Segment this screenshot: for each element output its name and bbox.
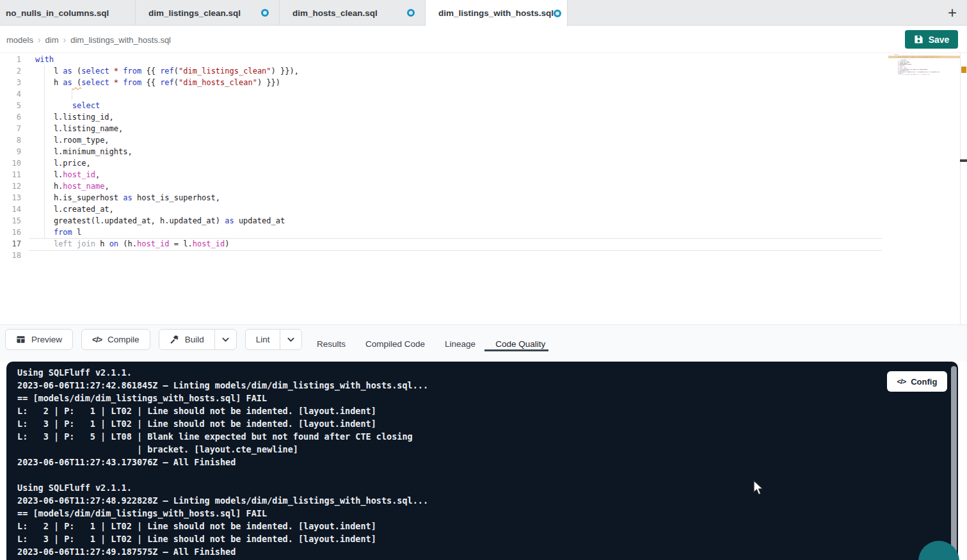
code-line[interactable]: 16 from l	[0, 227, 888, 238]
new-tab-button[interactable]: +	[943, 3, 962, 22]
file-tab[interactable]: no_nulls_in_columns.sql	[0, 0, 136, 26]
terminal-line: L: 2 | P: 1 | LT02 | Line should not be …	[17, 520, 428, 532]
file-tab[interactable]: dim_listings_clean.sql	[136, 0, 280, 26]
code-editor[interactable]: 1with2 l as (select * from {{ ref("dim_l…	[0, 53, 967, 324]
preview-button[interactable]: Preview	[5, 329, 73, 350]
editor-header: models›dim›dim_listings_with_hosts.sql S…	[0, 26, 967, 53]
line-number: 14	[0, 204, 21, 215]
compile-button-label: Compile	[108, 335, 140, 344]
code-line[interactable]: 6 l.listing_id,	[0, 111, 888, 123]
code-line[interactable]: 11 l.host_id,	[0, 169, 888, 180]
line-number: 4	[0, 88, 21, 100]
breadcrumb-item[interactable]: models	[6, 35, 33, 45]
file-tab-label: dim_listings_with_hosts.sql	[438, 8, 554, 18]
terminal-line: 2023-06-06T11:27:49.187575Z — All Finish…	[17, 545, 428, 558]
terminal-line: == [models/dim/dim_listings_with_hosts.s…	[17, 507, 428, 520]
code-line[interactable]: 10 l.price,	[0, 157, 888, 169]
code-line[interactable]: 13 h.is_superhost as host_is_superhost,	[0, 192, 888, 204]
code-line[interactable]: 1with	[0, 54, 888, 65]
line-number: 6	[0, 111, 21, 123]
line-number: 5	[0, 100, 21, 111]
line-number: 7	[0, 123, 21, 134]
code-line[interactable]: 4	[0, 88, 888, 100]
unsaved-changes-dot-icon	[554, 10, 561, 17]
code-line[interactable]: 2 l as (select * from {{ ref("dim_listin…	[0, 65, 888, 77]
code-line	[888, 75, 960, 76]
line-number: 16	[0, 227, 21, 238]
dbt-ide-screen: no_nulls_in_columns.sqldim_listings_clea…	[0, 0, 967, 560]
code-line[interactable]: 5 select	[0, 100, 888, 111]
lint-dropdown-button[interactable]	[280, 330, 301, 349]
hammer-icon	[170, 335, 179, 344]
code-line[interactable]: 9 l.minimum_nights,	[0, 146, 888, 157]
terminal-line: 2023-06-06T11:27:48.922828Z — Linting mo…	[17, 494, 428, 507]
lint-button-label: Lint	[256, 335, 270, 344]
config-button-label: Config	[911, 377, 937, 387]
file-tab-label: dim_hosts_clean.sql	[292, 8, 378, 18]
file-tab[interactable]: dim_listings_with_hosts.sql	[426, 0, 568, 26]
grid-table-icon	[16, 335, 26, 344]
tab-bar-tabs: no_nulls_in_columns.sqldim_listings_clea…	[0, 0, 568, 25]
code-line[interactable]: 15 greatest(l.updated_at, h.updated_at) …	[0, 215, 888, 227]
lint-button[interactable]: Lint	[246, 330, 280, 349]
chevron-down-icon	[222, 337, 229, 342]
breadcrumb-separator-icon: ›	[63, 35, 67, 45]
code-line[interactable]: 18	[0, 250, 888, 261]
code-area: 1with2 l as (select * from {{ ref("dim_l…	[0, 54, 888, 261]
breadcrumb-item[interactable]: dim_listings_with_hosts.sql	[70, 35, 171, 45]
unsaved-changes-dot-icon	[261, 9, 269, 17]
lint-output-terminal[interactable]: Using SQLFluff v2.1.1.2023-06-06T11:27:4…	[6, 362, 958, 560]
panel-tab-results[interactable]: Results	[317, 339, 346, 349]
terminal-output: Using SQLFluff v2.1.1.2023-06-06T11:27:4…	[17, 366, 428, 558]
minimap[interactable]: with l as (select * from {{ ref("dim_lis…	[888, 54, 960, 144]
terminal-line: L: 3 | P: 1 | LT02 | Line should not be …	[17, 417, 428, 430]
overview-ruler-divider	[960, 53, 961, 324]
code-line[interactable]: 7 l.listing_name,	[0, 123, 888, 134]
ruler-cursor-marker-icon	[960, 159, 967, 162]
build-button[interactable]: Build	[159, 330, 214, 349]
code-line[interactable]: 17 left join h on (h.host_id = l.host_id…	[0, 238, 888, 250]
save-button[interactable]: Save	[905, 30, 958, 49]
file-tab-label: no_nulls_in_columns.sql	[6, 8, 109, 18]
terminal-line: Using SQLFluff v2.1.1.	[17, 481, 428, 494]
terminal-line: 2023-06-06T11:27:43.173076Z — All Finish…	[17, 456, 428, 468]
line-number: 2	[0, 65, 21, 77]
terminal-line	[17, 468, 428, 481]
config-button[interactable]: </> Config	[887, 371, 947, 392]
build-button-label: Build	[185, 335, 204, 344]
code-line[interactable]: 12 h.host_name,	[0, 180, 888, 192]
code-line[interactable]: 3 h as (select * from {{ ref("dim_hosts_…	[0, 77, 888, 88]
build-dropdown-button[interactable]	[214, 330, 236, 349]
build-split-button: Build	[159, 329, 237, 350]
panel-tab-lineage[interactable]: Lineage	[445, 339, 476, 349]
preview-button-label: Preview	[31, 335, 62, 344]
code-brackets-icon: </>	[92, 335, 102, 344]
code-line[interactable]: 14 l.created_at,	[0, 204, 888, 215]
panel-tabs: ResultsCompiled CodeLineageCode Quality	[317, 325, 545, 362]
lint-split-button: Lint	[245, 329, 303, 350]
line-number: 17	[0, 238, 21, 250]
breadcrumb-separator-icon: ›	[38, 35, 41, 45]
indent-guide	[44, 65, 45, 238]
line-number: 15	[0, 215, 21, 227]
file-tab[interactable]: dim_hosts_clean.sql	[280, 0, 426, 26]
line-number: 11	[0, 169, 21, 180]
panel-tab-code-quality[interactable]: Code Quality	[495, 339, 545, 349]
line-number: 13	[0, 192, 21, 204]
compile-button[interactable]: </> Compile	[81, 329, 150, 350]
terminal-line: Using SQLFluff v2.1.1.	[17, 366, 428, 379]
line-number: 8	[0, 134, 21, 146]
minimap-warning-highlight	[888, 56, 960, 58]
indent-guide	[72, 88, 72, 100]
terminal-line: | bracket. [layout.cte_newline]	[17, 443, 428, 456]
breadcrumb-item[interactable]: dim	[45, 35, 59, 45]
terminal-line: == [models/dim/dim_listings_with_hosts.s…	[17, 392, 428, 404]
save-button-label: Save	[929, 35, 950, 45]
panel-tab-compiled-code[interactable]: Compiled Code	[365, 339, 425, 349]
code-line[interactable]: 8 l.room_type,	[0, 134, 888, 146]
ruler-warning-marker-icon	[961, 67, 966, 73]
terminal-scrollbar[interactable]	[951, 366, 957, 556]
active-tab-underline	[484, 349, 548, 351]
code-brackets-icon: </>	[897, 378, 906, 385]
action-toolbar: Preview </> Compile Build	[0, 324, 967, 362]
